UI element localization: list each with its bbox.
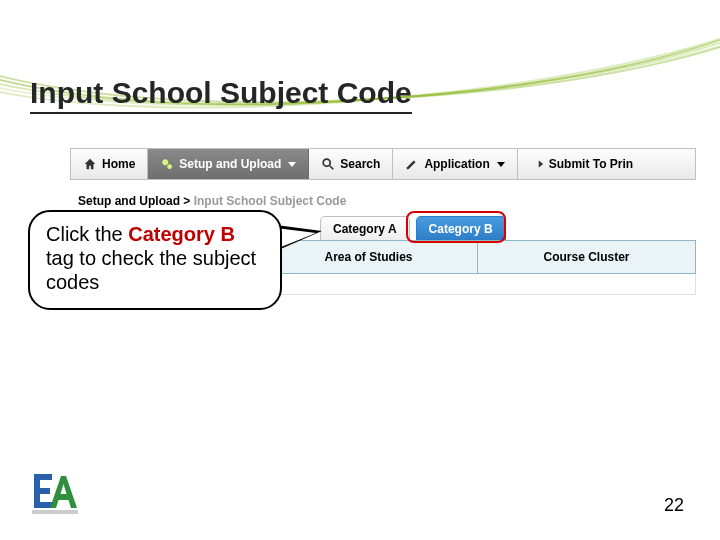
nav-bar: Home Setup and Upload Search Application bbox=[70, 148, 696, 180]
svg-point-0 bbox=[163, 160, 168, 165]
svg-point-1 bbox=[168, 165, 172, 169]
edit-icon bbox=[405, 157, 419, 171]
page-number: 22 bbox=[664, 495, 684, 516]
nav-setup-upload-label: Setup and Upload bbox=[179, 157, 281, 171]
breadcrumb-separator: > bbox=[183, 194, 190, 208]
callout-text-post: tag to check the subject codes bbox=[46, 247, 256, 293]
svg-rect-4 bbox=[32, 510, 78, 514]
nav-search-label: Search bbox=[340, 157, 380, 171]
tab-category-b[interactable]: Category B bbox=[416, 216, 506, 240]
breadcrumb-parent[interactable]: Setup and Upload bbox=[78, 194, 180, 208]
breadcrumb-current: Input School Subject Code bbox=[194, 194, 347, 208]
tab-category-a[interactable]: Category A bbox=[320, 216, 410, 240]
callout-text-pre: Click the bbox=[46, 223, 128, 245]
submit-arrow-icon bbox=[530, 157, 544, 171]
nav-application-label: Application bbox=[424, 157, 489, 171]
nav-home-label: Home bbox=[102, 157, 135, 171]
breadcrumb: Setup and Upload > Input School Subject … bbox=[70, 194, 696, 208]
nav-home[interactable]: Home bbox=[71, 149, 148, 179]
svg-point-2 bbox=[324, 159, 331, 166]
nav-submit[interactable]: Submit To Prin bbox=[518, 149, 645, 179]
nav-application[interactable]: Application bbox=[393, 149, 517, 179]
search-icon bbox=[321, 157, 335, 171]
nav-submit-label: Submit To Prin bbox=[549, 157, 633, 171]
chevron-down-icon bbox=[497, 162, 505, 167]
callout-tail bbox=[276, 225, 322, 251]
gears-icon bbox=[160, 157, 174, 171]
slide-title: Input School Subject Code bbox=[30, 76, 412, 114]
nav-search[interactable]: Search bbox=[309, 149, 393, 179]
chevron-down-icon bbox=[288, 162, 296, 167]
instruction-callout: Click the Category B tag to check the su… bbox=[28, 210, 282, 310]
home-icon bbox=[83, 157, 97, 171]
footer-logo bbox=[28, 470, 80, 516]
tab-strip: Category A Category B bbox=[320, 216, 696, 240]
callout-text-emphasis: Category B bbox=[128, 223, 235, 245]
table-header-cluster: Course Cluster bbox=[478, 241, 695, 273]
nav-setup-upload[interactable]: Setup and Upload bbox=[148, 149, 309, 179]
svg-line-3 bbox=[330, 166, 334, 170]
